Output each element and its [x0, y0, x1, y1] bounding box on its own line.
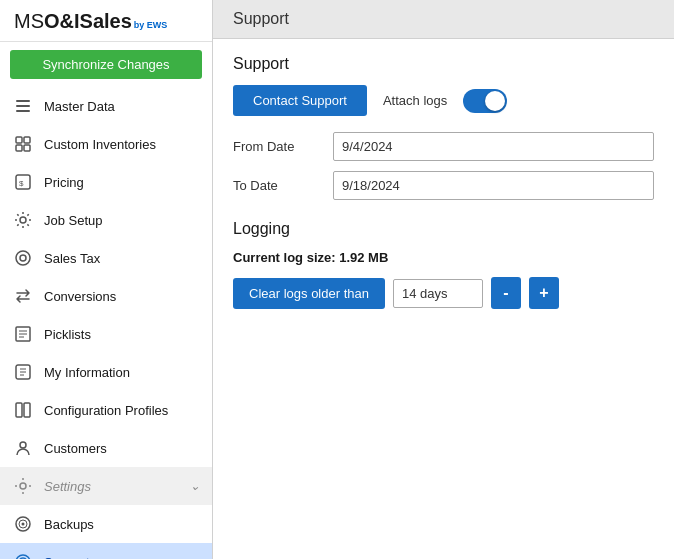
to-date-input[interactable]	[333, 171, 654, 200]
svg-rect-20	[16, 403, 22, 417]
sidebar-item-picklists[interactable]: Picklists	[0, 315, 212, 353]
sidebar-label-picklists: Picklists	[44, 327, 91, 342]
sidebar-label-custom-inventories: Custom Inventories	[44, 137, 156, 152]
toggle-switch[interactable]	[463, 89, 507, 113]
gear-icon	[12, 209, 34, 231]
logging-section: Logging Current log size: 1.92 MB Clear …	[233, 220, 654, 309]
logging-section-title: Logging	[233, 220, 654, 238]
to-date-row: To Date	[233, 171, 654, 200]
sidebar-item-support[interactable]: Support	[0, 543, 212, 559]
support-section-title: Support	[233, 55, 654, 73]
sidebar-item-customers[interactable]: Customers	[0, 429, 212, 467]
picklist-icon	[12, 323, 34, 345]
page-body: Support Contact Support Attach logs From…	[213, 39, 674, 559]
sidebar-label-customers: Customers	[44, 441, 107, 456]
arrows-icon	[12, 285, 34, 307]
minus-button[interactable]: -	[491, 277, 521, 309]
svg-point-11	[20, 255, 26, 261]
sidebar-item-job-setup[interactable]: Job Setup	[0, 201, 212, 239]
backup-icon	[12, 513, 34, 535]
svg-point-10	[16, 251, 30, 265]
sidebar-item-custom-inventories[interactable]: Custom Inventories	[0, 125, 212, 163]
toggle-thumb	[485, 91, 505, 111]
app-logo: MSO&ISales by EWS	[0, 0, 212, 42]
sidebar-label-settings: Settings	[44, 479, 180, 494]
svg-rect-6	[24, 145, 30, 151]
support-icon	[12, 551, 34, 559]
sidebar-item-configuration-profiles[interactable]: Configuration Profiles	[0, 391, 212, 429]
sidebar-label-master-data: Master Data	[44, 99, 115, 114]
attach-logs-label: Attach logs	[383, 93, 447, 108]
support-section: Support Contact Support Attach logs From…	[233, 55, 654, 200]
clear-logs-button[interactable]: Clear logs older than	[233, 278, 385, 309]
support-actions: Contact Support Attach logs	[233, 85, 654, 116]
svg-rect-2	[16, 110, 30, 112]
sidebar-item-my-information[interactable]: My Information	[0, 353, 212, 391]
svg-rect-5	[16, 145, 22, 151]
sidebar-item-master-data[interactable]: Master Data	[0, 87, 212, 125]
to-date-label: To Date	[233, 178, 323, 193]
svg-point-23	[20, 483, 26, 489]
list-icon	[12, 95, 34, 117]
svg-rect-3	[16, 137, 22, 143]
contact-support-button[interactable]: Contact Support	[233, 85, 367, 116]
days-input[interactable]	[393, 279, 483, 308]
inventory-icon	[12, 133, 34, 155]
clear-logs-row: Clear logs older than - +	[233, 277, 654, 309]
customers-icon	[12, 437, 34, 459]
sidebar-item-conversions[interactable]: Conversions	[0, 277, 212, 315]
sidebar-label-configuration-profiles: Configuration Profiles	[44, 403, 168, 418]
sync-button[interactable]: Synchronize Changes	[10, 50, 202, 79]
logo-ms: MSO&ISales	[14, 10, 132, 33]
target-icon	[12, 247, 34, 269]
svg-point-9	[20, 217, 26, 223]
settings-icon	[12, 475, 34, 497]
sidebar: MSO&ISales by EWS Synchronize Changes Ma…	[0, 0, 213, 559]
sidebar-label-conversions: Conversions	[44, 289, 116, 304]
main-content: Support Support Contact Support Attach l…	[213, 0, 674, 559]
pricing-icon: $	[12, 171, 34, 193]
svg-rect-21	[24, 403, 30, 417]
sidebar-item-settings[interactable]: Settings ⌄	[0, 467, 212, 505]
sidebar-nav: Master Data Custom Inventories $	[0, 87, 212, 559]
chevron-down-icon: ⌄	[190, 479, 200, 493]
svg-rect-1	[16, 105, 30, 107]
plus-button[interactable]: +	[529, 277, 559, 309]
sidebar-item-pricing[interactable]: $ Pricing	[0, 163, 212, 201]
sidebar-label-sales-tax: Sales Tax	[44, 251, 100, 266]
sidebar-item-backups[interactable]: Backups	[0, 505, 212, 543]
sidebar-label-backups: Backups	[44, 517, 94, 532]
sidebar-label-support: Support	[44, 555, 90, 560]
sidebar-item-sales-tax[interactable]: Sales Tax	[0, 239, 212, 277]
svg-point-22	[20, 442, 26, 448]
info-icon	[12, 361, 34, 383]
sidebar-label-my-information: My Information	[44, 365, 130, 380]
page-title: Support	[213, 0, 674, 39]
svg-text:$: $	[19, 179, 24, 188]
svg-rect-0	[16, 100, 30, 102]
from-date-row: From Date	[233, 132, 654, 161]
logo-sub: by EWS	[134, 20, 168, 30]
from-date-input[interactable]	[333, 132, 654, 161]
sidebar-label-job-setup: Job Setup	[44, 213, 103, 228]
attach-logs-toggle[interactable]	[463, 89, 507, 113]
from-date-label: From Date	[233, 139, 323, 154]
config-icon	[12, 399, 34, 421]
logo-brand: O&ISales	[44, 10, 132, 32]
sidebar-label-pricing: Pricing	[44, 175, 84, 190]
svg-rect-4	[24, 137, 30, 143]
current-log-size: Current log size: 1.92 MB	[233, 250, 654, 265]
svg-point-26	[22, 523, 25, 526]
